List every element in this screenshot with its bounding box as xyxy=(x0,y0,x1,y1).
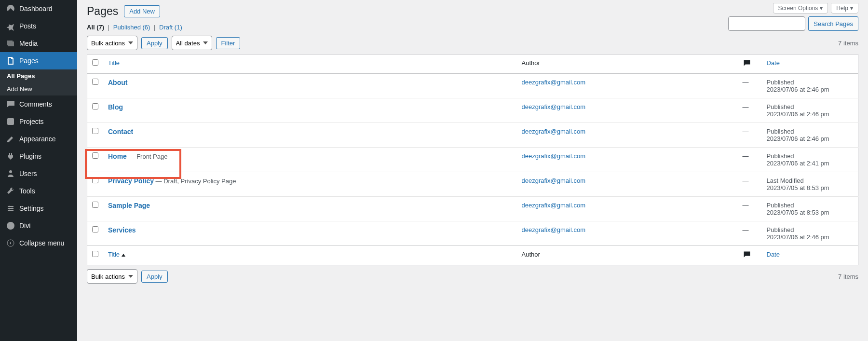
bulk-actions-select-top[interactable]: Bulk actions xyxy=(87,36,137,50)
search-pages-button[interactable]: Search Pages xyxy=(808,16,858,31)
comments-cell: — xyxy=(738,197,762,221)
sidebar-item-label: Appearance xyxy=(19,135,56,143)
table-row: Aboutdeezgrafix@gmail.com—Published2023/… xyxy=(87,74,858,98)
date-status: Published xyxy=(767,103,794,110)
svg-point-3 xyxy=(12,208,13,209)
sidebar-item-users[interactable]: Users xyxy=(0,165,77,182)
sidebar-item-label: Comments xyxy=(19,100,52,108)
column-date-header[interactable]: Date xyxy=(762,55,858,74)
date-status: Published xyxy=(767,226,794,233)
select-all-top[interactable] xyxy=(92,59,98,66)
filter-draft[interactable]: Draft (1) xyxy=(159,24,182,31)
comments-cell: — xyxy=(738,221,762,246)
page-title-link[interactable]: Contact xyxy=(108,128,133,136)
author-link[interactable]: deezgrafix@gmail.com xyxy=(522,103,585,110)
author-link[interactable]: deezgrafix@gmail.com xyxy=(522,152,585,160)
date-value: 2023/07/06 at 2:41 pm xyxy=(767,160,829,167)
sidebar-item-tools[interactable]: Tools xyxy=(0,182,77,200)
sidebar-item-projects[interactable]: Projects xyxy=(0,113,77,130)
date-value: 2023/07/06 at 2:46 pm xyxy=(767,233,829,241)
comments-cell: — xyxy=(738,148,762,172)
column-title-footer[interactable]: Title xyxy=(103,246,517,265)
page-title-link[interactable]: Home xyxy=(108,152,127,160)
main-content: Screen Options ▾ Help ▾ Pages Add New Al… xyxy=(77,0,868,341)
items-count-bottom: 7 items xyxy=(838,273,858,280)
page-state: — Front Page xyxy=(127,153,168,160)
sort-ascending-icon xyxy=(122,254,125,257)
search-input[interactable] xyxy=(728,16,805,31)
caret-down-icon: ▾ xyxy=(820,5,823,12)
table-row: Blogdeezgrafix@gmail.com—Published2023/0… xyxy=(87,98,858,123)
sidebar-item-posts[interactable]: Posts xyxy=(0,17,77,35)
pages-table: Title Author Date Aboutdeezgrafix@gmail.… xyxy=(87,54,858,265)
add-new-button[interactable]: Add New xyxy=(124,5,160,17)
select-all-bottom[interactable] xyxy=(92,251,98,257)
author-link[interactable]: deezgrafix@gmail.com xyxy=(522,79,585,86)
help-button[interactable]: Help ▾ xyxy=(831,3,858,14)
page-title-link[interactable]: Blog xyxy=(108,103,123,111)
tools-icon xyxy=(6,186,15,196)
page-title-link[interactable]: Privacy Policy xyxy=(108,177,154,185)
sidebar-item-comments[interactable]: Comments xyxy=(0,95,77,113)
comments-cell: — xyxy=(738,172,762,197)
dashboard-icon xyxy=(6,4,15,14)
date-filter-select[interactable]: All dates xyxy=(172,36,212,50)
sidebar-item-divi[interactable]: Divi xyxy=(0,217,77,234)
sidebar-item-collapse-menu[interactable]: Collapse menu xyxy=(0,234,77,252)
items-count-top: 7 items xyxy=(838,40,858,47)
row-checkbox[interactable] xyxy=(92,152,98,159)
author-link[interactable]: deezgrafix@gmail.com xyxy=(522,202,585,209)
settings-icon xyxy=(6,204,15,213)
sidebar-item-settings[interactable]: Settings xyxy=(0,200,77,217)
sidebar-item-label: Projects xyxy=(19,118,44,125)
row-checkbox[interactable] xyxy=(92,103,98,109)
screen-options-button[interactable]: Screen Options ▾ xyxy=(773,3,828,14)
page-title-link[interactable]: Services xyxy=(108,226,136,234)
apply-button-top[interactable]: Apply xyxy=(141,37,168,49)
page-title-link[interactable]: Sample Page xyxy=(108,202,150,209)
date-value: 2023/07/06 at 2:46 pm xyxy=(767,110,829,118)
author-link[interactable]: deezgrafix@gmail.com xyxy=(522,128,585,135)
row-checkbox[interactable] xyxy=(92,202,98,208)
apply-button-bottom[interactable]: Apply xyxy=(141,271,168,283)
column-date-footer[interactable]: Date xyxy=(762,246,858,265)
author-link[interactable]: deezgrafix@gmail.com xyxy=(522,177,585,184)
author-link[interactable]: deezgrafix@gmail.com xyxy=(522,226,585,233)
comment-icon xyxy=(6,99,15,109)
row-checkbox[interactable] xyxy=(92,177,98,183)
sidebar-item-label: Dashboard xyxy=(19,5,53,13)
sidebar-item-appearance[interactable]: Appearance xyxy=(0,130,77,148)
sidebar-item-label: Divi xyxy=(19,222,30,230)
filter-published[interactable]: Published (6) xyxy=(113,24,150,31)
appearance-icon xyxy=(6,134,15,144)
row-checkbox[interactable] xyxy=(92,226,98,232)
bulk-actions-select-bottom[interactable]: Bulk actions xyxy=(87,269,137,284)
table-row: Servicesdeezgrafix@gmail.com—Published20… xyxy=(87,221,858,246)
sidebar-item-media[interactable]: Media xyxy=(0,35,77,52)
sidebar-item-label: Plugins xyxy=(19,152,41,160)
caret-down-icon: ▾ xyxy=(850,5,853,12)
comment-icon xyxy=(743,59,751,67)
sidebar-item-plugins[interactable]: Plugins xyxy=(0,148,77,165)
filter-button[interactable]: Filter xyxy=(216,37,241,49)
sidebar-item-pages[interactable]: Pages xyxy=(0,52,77,69)
page-title-link[interactable]: About xyxy=(108,79,127,86)
sidebar-sub-all-pages[interactable]: All Pages xyxy=(0,69,77,82)
column-title-header[interactable]: Title xyxy=(103,55,517,74)
column-author-header: Author xyxy=(517,55,738,74)
column-comments-header[interactable] xyxy=(738,55,762,74)
column-comments-footer[interactable] xyxy=(738,246,762,265)
svg-rect-0 xyxy=(7,118,14,125)
row-checkbox[interactable] xyxy=(92,79,98,85)
date-value: 2023/07/06 at 2:46 pm xyxy=(767,135,829,142)
filter-all[interactable]: All (7) xyxy=(87,24,104,31)
date-status: Published xyxy=(767,79,794,86)
sidebar-sub-add-new[interactable]: Add New xyxy=(0,82,77,95)
row-checkbox[interactable] xyxy=(92,128,98,134)
comments-cell: — xyxy=(738,74,762,98)
sidebar-item-label: Tools xyxy=(19,187,35,195)
date-status: Published xyxy=(767,128,794,135)
sidebar-item-label: Settings xyxy=(19,205,44,212)
sidebar-item-dashboard[interactable]: Dashboard xyxy=(0,0,77,17)
sidebar-item-label: Media xyxy=(19,40,38,47)
